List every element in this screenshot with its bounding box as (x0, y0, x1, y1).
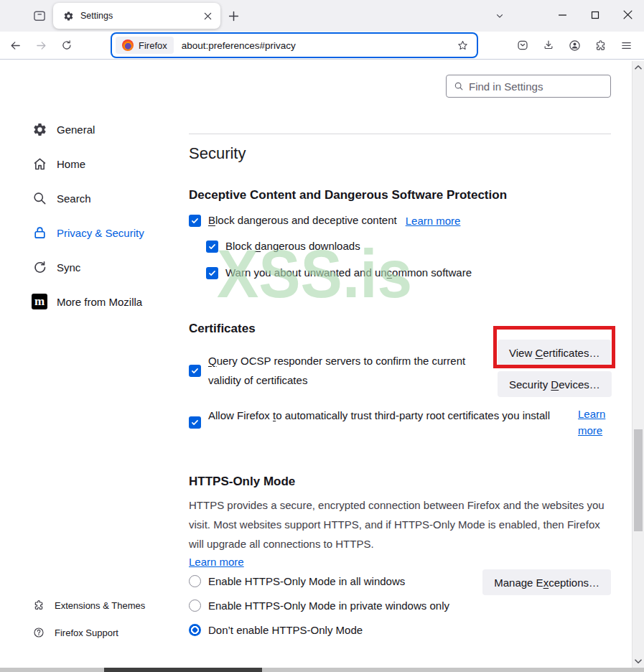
trust-third-party-label: Allow Firefox to automatically trust thi… (208, 406, 550, 425)
sync-icon (32, 259, 47, 275)
view-certificates-button[interactable]: View Certificates… (498, 340, 611, 365)
sidebar-item-label: More from Mozilla (57, 296, 142, 308)
find-in-settings-box[interactable] (446, 75, 611, 98)
https-all-windows-label: Enable HTTPS-Only Mode in all windows (208, 575, 405, 587)
scroll-down-icon[interactable] (633, 656, 644, 666)
label-segment: ceptions… (549, 577, 599, 589)
extensions-themes-link[interactable]: Extensions & Themes (0, 592, 189, 619)
url-text[interactable]: about:preferences#privacy (182, 40, 454, 51)
horizontal-scrollbar-thumb[interactable] (104, 668, 262, 672)
label-segment: angerous downloads (261, 240, 360, 252)
deceptive-learn-more-link[interactable]: Learn more (406, 215, 461, 227)
lock-icon (32, 225, 47, 241)
scrollbar-thumb[interactable] (634, 429, 643, 531)
https-only-heading: HTTPS-Only Mode (189, 474, 611, 490)
back-button[interactable] (4, 34, 27, 57)
account-icon[interactable] (563, 34, 586, 57)
ocsp-checkbox[interactable] (189, 365, 201, 377)
https-learn-more-link[interactable]: Learn more (189, 556, 244, 568)
label-segment: Warn you about unwanted and un (225, 266, 387, 279)
https-learn-more-row: Learn more (189, 555, 611, 569)
list-all-tabs-icon[interactable] (490, 7, 510, 24)
warn-uncommon-software-label: Warn you about unwanted and uncommon sof… (225, 266, 472, 280)
label-segment: C (535, 347, 543, 359)
scroll-up-icon[interactable] (633, 62, 644, 73)
ocsp-label: Query OCSP responder servers to confirm … (208, 351, 498, 390)
tab-close-icon[interactable] (200, 9, 215, 23)
label-segment: Q (208, 355, 217, 367)
new-tab-button[interactable] (223, 6, 243, 25)
sidebar-item-label: Privacy & Security (57, 227, 144, 239)
settings-main-pane: Security Deceptive Content and Dangerous… (189, 61, 611, 637)
sidebar-item-search[interactable]: Search (0, 181, 189, 215)
warn-uncommon-software-checkbox[interactable] (206, 267, 218, 279)
label-segment: ertificates… (543, 347, 599, 359)
puzzle-icon (33, 599, 45, 612)
window-close-button[interactable] (611, 0, 644, 29)
firefox-view-icon[interactable] (29, 6, 50, 26)
https-dont-enable-radio[interactable] (189, 624, 201, 636)
vertical-scrollbar[interactable] (632, 61, 644, 668)
check-icon (191, 419, 199, 426)
block-dangerous-content-checkbox[interactable] (189, 215, 201, 227)
label-segment: View (509, 347, 535, 359)
label-segment: B (208, 214, 215, 226)
block-dangerous-content-row: Block dangerous and deceptive content Le… (189, 213, 611, 228)
label-segment: x (543, 577, 549, 589)
ocsp-row: Query OCSP responder servers to confirm … (189, 344, 611, 397)
search-icon (32, 190, 47, 206)
label-segment: c (387, 266, 393, 279)
manage-exceptions-button[interactable]: Manage Exceptions… (482, 569, 611, 595)
gear-icon (32, 121, 47, 137)
block-dangerous-content-label: Block dangerous and deceptive content (208, 213, 397, 228)
sidebar-item-sync[interactable]: Sync (0, 250, 189, 284)
tab-title: Settings (80, 11, 200, 21)
certificates-learn-more-link[interactable]: Learn more (578, 406, 611, 439)
trust-third-party-row: Allow Firefox to automatically trust thi… (189, 406, 611, 439)
firefox-support-link[interactable]: Firefox Support (0, 619, 189, 646)
tab-settings[interactable]: Settings (53, 3, 220, 29)
https-private-windows-label: Enable HTTPS-Only Mode in private window… (208, 599, 449, 612)
sidebar-item-home[interactable]: Home (0, 146, 189, 181)
deceptive-protection-heading: Deceptive Content and Dangerous Software… (189, 187, 611, 203)
downloads-icon[interactable] (537, 34, 560, 57)
find-in-settings-input[interactable] (469, 80, 612, 93)
check-icon (191, 367, 199, 375)
menu-icon[interactable] (615, 34, 638, 57)
sidebar-item-more-from-mozilla[interactable]: m More from Mozilla (0, 284, 189, 319)
pocket-icon[interactable] (511, 34, 534, 57)
firefox-identity-chip[interactable]: Firefox (116, 37, 174, 54)
settings-sidebar: General Home Search Privacy & Security S… (0, 112, 189, 319)
certificates-heading: Certificates (189, 321, 611, 337)
block-dangerous-downloads-label: Block dangerous downloads (225, 239, 360, 253)
horizontal-scrollbar[interactable] (0, 668, 644, 672)
label-segment: lock dangerous and deceptive content (215, 214, 397, 226)
home-icon (32, 156, 47, 172)
trust-third-party-checkbox[interactable] (189, 416, 201, 429)
window-minimize-button[interactable] (546, 0, 579, 29)
url-bar[interactable]: Firefox about:preferences#privacy (112, 34, 477, 57)
label-segment: evices… (559, 378, 600, 391)
sidebar-item-general[interactable]: General (0, 112, 189, 146)
https-private-windows-radio[interactable] (189, 599, 201, 612)
https-dont-enable-row: Don’t enable HTTPS-Only Mode (189, 622, 611, 637)
security-devices-button[interactable]: Security Devices… (498, 371, 612, 397)
sidebar-item-privacy-security[interactable]: Privacy & Security (0, 215, 189, 250)
check-icon (191, 217, 199, 225)
window-maximize-button[interactable] (579, 0, 612, 29)
block-dangerous-downloads-checkbox[interactable] (206, 241, 218, 253)
label-segment: uery OCSP responder servers to confirm t… (208, 355, 465, 386)
section-divider (189, 134, 611, 134)
label-segment: ommon software (392, 266, 472, 279)
label-segment: D (551, 378, 559, 391)
sidebar-item-label: Sync (57, 261, 80, 274)
label-segment: o automatically trust third-party root c… (276, 409, 550, 421)
extensions-icon[interactable] (589, 34, 612, 57)
bookmark-star-icon[interactable] (454, 37, 471, 54)
forward-button[interactable] (29, 34, 52, 57)
label-segment: Allow Firefox (208, 409, 273, 421)
https-only-description: HTTPS provides a secure, encrypted conne… (189, 495, 611, 554)
sidebar-item-label: Search (57, 192, 91, 205)
https-all-windows-radio[interactable] (189, 575, 201, 587)
reload-button[interactable] (55, 34, 78, 57)
